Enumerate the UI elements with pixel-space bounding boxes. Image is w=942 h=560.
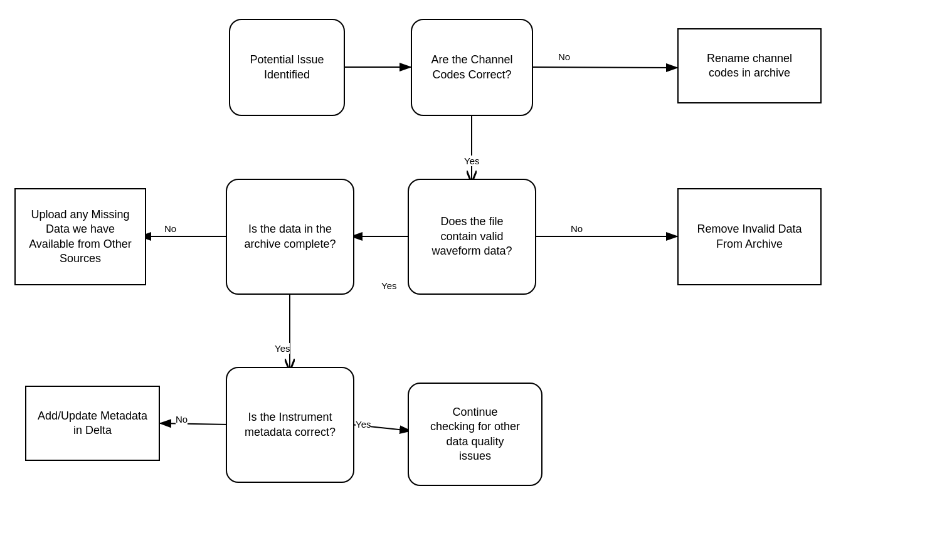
label-yes-archive: Yes	[275, 343, 290, 354]
flowchart: Potential Issue Identified Are the Chann…	[0, 0, 942, 560]
node-continue-checking: Continue checking for other data quality…	[408, 383, 542, 486]
node-potential-issue: Potential Issue Identified	[229, 19, 345, 116]
node-channel-codes: Are the Channel Codes Correct?	[411, 19, 533, 116]
node-instrument-metadata: Is the Instrument metadata correct?	[226, 367, 354, 483]
label-yes-channel: Yes	[464, 156, 479, 166]
svg-line-9	[160, 423, 229, 425]
label-no-waveform: No	[571, 223, 583, 234]
label-yes-metadata: Yes	[356, 419, 371, 430]
node-archive-complete: Is the data in the archive complete?	[226, 179, 354, 295]
node-upload-missing: Upload any Missing Data we have Availabl…	[14, 188, 146, 285]
label-no-channel: No	[558, 51, 570, 62]
node-valid-waveform: Does the file contain valid waveform dat…	[408, 179, 536, 295]
node-add-metadata: Add/Update Metadata in Delta	[25, 386, 160, 461]
node-rename-channel: Rename channel codes in archive	[677, 28, 822, 103]
label-yes-waveform: Yes	[381, 280, 396, 291]
label-no-archive: No	[164, 223, 176, 234]
label-no-metadata: No	[176, 414, 188, 425]
node-remove-invalid: Remove Invalid Data From Archive	[677, 188, 822, 285]
svg-line-2	[533, 67, 677, 68]
